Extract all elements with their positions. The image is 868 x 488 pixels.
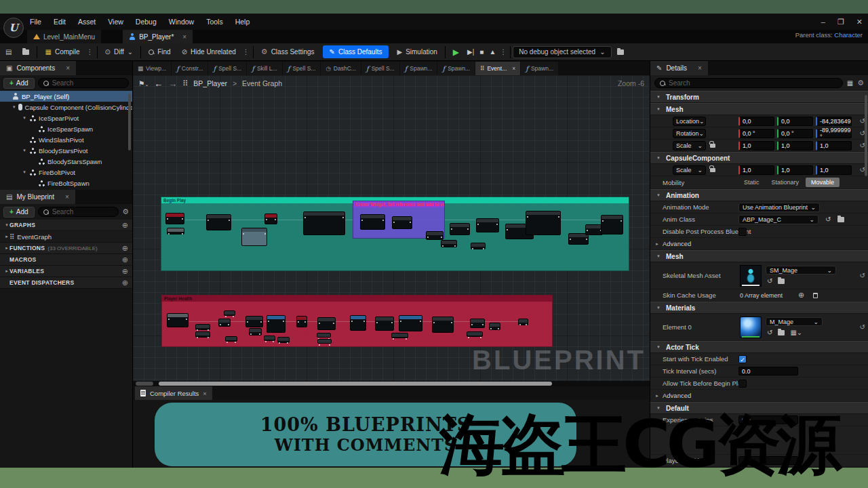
class-defaults-button[interactable]: ✎Class Defaults <box>323 45 389 58</box>
graph-node[interactable] <box>450 223 470 235</box>
close-panel-icon[interactable]: × <box>698 64 702 72</box>
gear-icon[interactable]: ⚙ <box>122 207 129 216</box>
graph-node[interactable] <box>167 313 189 327</box>
graph-node[interactable] <box>167 228 184 235</box>
graph-node[interactable] <box>526 211 561 235</box>
blueprint-category-macros[interactable]: MACROS⊕ <box>0 254 132 266</box>
scale-axis-dropdown[interactable]: Scale⌄ <box>673 165 706 175</box>
rotation-y-field[interactable]: 0,0 ° <box>777 129 813 138</box>
material-thumbnail[interactable] <box>740 317 762 338</box>
section-mesh[interactable]: ▾Mesh <box>650 103 868 115</box>
capsule-scale-y-field[interactable]: 1,0 <box>777 165 813 175</box>
graph-node[interactable] <box>317 333 331 338</box>
section-animation[interactable]: ▾Animation <box>650 189 868 201</box>
graph-node[interactable] <box>476 218 499 232</box>
frame-skip-button[interactable]: ▶| <box>465 43 477 61</box>
mobility-option-movable[interactable]: Movable <box>806 178 840 187</box>
tree-item-fireboltpivot[interactable]: ▾FireBoltPivot <box>0 167 132 178</box>
section-actor-tick[interactable]: ▾Actor Tick <box>650 341 868 353</box>
eject-button[interactable]: ▲ <box>486 43 498 61</box>
tree-item-bloodystarsspawn[interactable]: BloodyStarsSpawn <box>0 156 132 167</box>
graph-node[interactable] <box>195 324 210 330</box>
section-capsule-component[interactable]: ▾CapsuleComponent <box>650 152 868 164</box>
section-mesh-2[interactable]: ▾Mesh <box>650 250 868 262</box>
graph-node[interactable] <box>601 215 623 235</box>
event-graph-canvas[interactable]: ⚑⌄ ← → ⠿ BP_Player > Event Graph Zoom -6… <box>133 75 650 381</box>
blueprint-category-variables[interactable]: ▸VARIABLES⊕ <box>0 266 132 277</box>
graph-node[interactable] <box>277 337 290 343</box>
tree-item-bloodystarspivot[interactable]: ▾BloodyStarsPivot <box>0 145 132 156</box>
hide-unrelated-options-icon[interactable]: ⋮ <box>241 48 251 56</box>
menu-window[interactable]: Window <box>169 18 194 26</box>
graph-node[interactable] <box>303 211 345 235</box>
expand-caret-icon[interactable]: ▸ <box>4 234 9 239</box>
blueprint-category-event-dispatchers[interactable]: EVENT DISPATCHERS⊕ <box>0 277 132 289</box>
tab-compiler-results[interactable]: Compiler Results × <box>135 386 212 400</box>
graph-node[interactable] <box>375 317 394 331</box>
menu-debug[interactable]: Debug <box>136 18 157 26</box>
graph-hscroll-track[interactable] <box>133 381 650 386</box>
graph-node[interactable] <box>249 328 262 336</box>
lock-icon[interactable] <box>710 144 715 148</box>
graph-node[interactable] <box>391 333 408 338</box>
row-animation-advanced[interactable]: ▸Advanced <box>650 238 868 250</box>
hide-unrelated-button[interactable]: ⊘Hide Unrelated <box>176 43 241 61</box>
comment-title-bar[interactable]: Create Widget, Set reference and add to … <box>353 201 444 207</box>
material-options-icon[interactable]: ▦⌄ <box>790 329 802 336</box>
use-selected-icon[interactable]: ↺ <box>767 329 772 336</box>
location-x-field[interactable]: 0,0 <box>738 117 774 126</box>
lock-icon[interactable] <box>710 168 715 172</box>
graph-hscroll-thumb[interactable] <box>159 382 552 386</box>
graph-node[interactable] <box>317 317 336 330</box>
disable-post-process-checkbox[interactable] <box>738 228 747 236</box>
tree-item-windslashpivot[interactable]: WindSlashPivot <box>0 134 132 145</box>
add-icon[interactable]: ⊕ <box>122 256 128 264</box>
reset-icon[interactable]: ↺ <box>860 272 865 279</box>
graph-tab-skill-l-[interactable]: ƒSkill L... <box>247 62 281 75</box>
graph-node[interactable] <box>224 310 235 316</box>
graph-tab-event-[interactable]: ⠿Event...× <box>475 62 520 75</box>
rotation-z-field[interactable]: -89,999999 ° <box>816 129 852 138</box>
graph-node[interactable] <box>350 315 366 331</box>
graph-tab-dashc-[interactable]: ◷DashC... <box>321 62 361 75</box>
compile-button[interactable]: ▦ Compile <box>39 43 85 61</box>
back-arrow-icon[interactable]: ← <box>154 79 163 89</box>
graph-node[interactable] <box>225 336 237 342</box>
close-panel-icon[interactable]: × <box>203 390 207 397</box>
comment-title-bar[interactable]: Player Health <box>162 296 552 302</box>
use-selected-icon[interactable]: ↺ <box>767 277 772 285</box>
add-icon[interactable]: ⊕ <box>122 267 128 276</box>
graph-tab-constr-[interactable]: ƒConstr... <box>172 62 208 75</box>
gear-icon[interactable]: ⚙ <box>857 79 864 87</box>
graph-node[interactable] <box>241 228 267 246</box>
add-icon[interactable]: ⊕ <box>122 221 128 230</box>
scale-y-field[interactable]: 1,0 <box>777 141 813 150</box>
graph-tab-spawn-[interactable]: ƒSpawn... <box>437 62 475 75</box>
graph-node[interactable] <box>489 323 500 330</box>
browse-asset-button[interactable] <box>17 43 35 61</box>
parent-class-link[interactable]: Character <box>834 31 863 39</box>
material-dropdown[interactable]: M_Mage⌄ <box>766 317 823 326</box>
play-button[interactable]: ▶ <box>448 43 465 61</box>
scale-x-field[interactable]: 1,0 <box>738 141 774 150</box>
start-tick-checkbox[interactable]: ✓ <box>738 355 747 363</box>
tick-interval-field[interactable]: 0.0 <box>738 367 798 375</box>
display-options-icon[interactable]: ▦ <box>847 79 853 87</box>
bookmark-icon[interactable]: ⚑⌄ <box>138 79 149 87</box>
graph-node[interactable] <box>195 331 210 338</box>
expand-caret-icon[interactable]: ▾ <box>22 148 27 153</box>
details-scrollbar[interactable] <box>865 95 867 176</box>
find-button[interactable]: Find <box>143 43 176 61</box>
tree-item-fireboltspawn[interactable]: FireBoltSpawn <box>0 178 132 188</box>
graph-node[interactable] <box>441 240 457 247</box>
add-icon[interactable]: ⊕ <box>122 279 128 287</box>
tab-bp-player[interactable]: BP_Player* × <box>123 30 193 43</box>
mobility-option-static[interactable]: Static <box>738 178 765 187</box>
save-button[interactable]: ▤ <box>0 43 17 61</box>
trash-icon[interactable] <box>813 293 818 298</box>
row-tick-advanced[interactable]: ▸Advanced <box>650 390 868 402</box>
graph-node[interactable] <box>426 231 443 240</box>
capsule-scale-z-field[interactable]: 1,0 <box>816 165 852 175</box>
expand-caret-icon[interactable]: ▸ <box>4 245 9 251</box>
graph-tab-spell-s-[interactable]: ƒSpell S... <box>208 62 246 75</box>
